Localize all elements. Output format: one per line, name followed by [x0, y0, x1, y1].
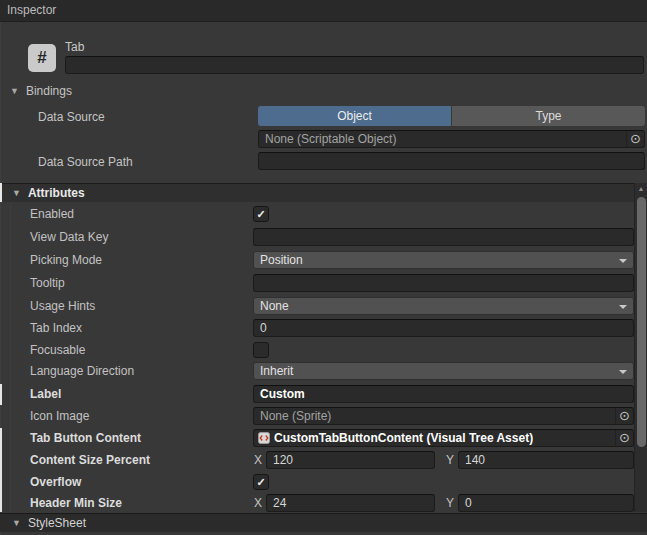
picking-mode-label: Picking Mode	[30, 253, 102, 267]
inspector-panel: Inspector # Tab ▼Bindings Data Source Ob…	[0, 0, 647, 535]
data-source-path-input[interactable]	[258, 152, 645, 170]
chevron-down-icon	[619, 305, 627, 309]
stylesheet-foldout[interactable]: ▼StyleSheet	[0, 513, 647, 532]
bindings-foldout[interactable]: ▼Bindings	[10, 84, 72, 98]
row-header-min-size: Header Min Size X 24 Y 0	[0, 494, 634, 515]
row-tab-button-content: Tab Button Content CustomTabButtonConten…	[0, 429, 634, 450]
usage-hints-dropdown[interactable]: None	[253, 297, 634, 315]
bindings-foldout-label: Bindings	[26, 84, 72, 98]
focusable-label: Focusable	[30, 343, 85, 357]
usage-hints-value: None	[260, 299, 289, 313]
foldout-arrow-icon[interactable]: ▼	[10, 86, 19, 96]
tab-component-icon: #	[28, 44, 56, 72]
icon-image-value: None (Sprite)	[254, 408, 633, 424]
header-min-size-label: Header Min Size	[30, 496, 122, 510]
header-min-size-x-input[interactable]: 24	[266, 494, 435, 512]
data-source-path-label: Data Source Path	[38, 155, 133, 169]
focusable-checkbox[interactable]	[253, 342, 269, 358]
tooltip-label: Tooltip	[30, 276, 65, 290]
object-tab-label: Object	[337, 109, 372, 123]
view-data-key-label: View Data Key	[30, 230, 109, 244]
x-axis-label: X	[254, 453, 262, 467]
stylesheet-foldout-label: StyleSheet	[28, 516, 86, 530]
tab-index-value: 0	[260, 321, 267, 335]
x-axis-label: X	[254, 496, 262, 510]
row-tooltip: Tooltip	[0, 274, 634, 295]
icon-image-label: Icon Image	[30, 409, 89, 423]
content-size-percent-x-value: 120	[273, 453, 293, 467]
tab-button-content-object-field[interactable]: CustomTabButtonContent (Visual Tree Asse…	[253, 429, 634, 447]
data-source-object-value: None (Scriptable Object)	[259, 131, 644, 147]
language-direction-dropdown[interactable]: Inherit	[253, 362, 634, 380]
chevron-down-icon	[619, 370, 627, 374]
header-min-size-x-value: 24	[273, 496, 286, 510]
inspector-tab[interactable]: Inspector	[0, 0, 647, 22]
row-tab-index: Tab Index 0	[0, 319, 634, 340]
hash-icon: #	[37, 48, 46, 67]
row-enabled: Enabled ✓	[0, 205, 634, 226]
inspector-tab-label: Inspector	[7, 3, 56, 17]
row-content-size-percent: Content Size Percent X 120 Y 140	[0, 451, 634, 472]
overflow-checkbox[interactable]: ✓	[253, 474, 269, 490]
view-data-key-input[interactable]	[253, 228, 634, 246]
label-attr-label: Label	[30, 387, 61, 401]
modified-indicator	[0, 428, 2, 512]
object-picker-icon[interactable]: ⊙	[615, 430, 633, 446]
label-input[interactable]: Custom	[253, 385, 634, 403]
enabled-label: Enabled	[30, 207, 74, 221]
tab-button-content-label: Tab Button Content	[30, 431, 141, 445]
scrollbar-thumb[interactable]	[637, 197, 646, 447]
check-icon: ✓	[256, 208, 265, 220]
object-picker-icon[interactable]: ⊙	[626, 131, 644, 147]
tab-index-label: Tab Index	[30, 321, 82, 335]
data-source-tabgroup: Object Type	[258, 106, 645, 126]
overflow-label: Overflow	[30, 475, 81, 489]
row-view-data-key: View Data Key	[0, 228, 634, 249]
label-value: Custom	[260, 387, 305, 401]
row-icon-image: Icon Image None (Sprite) ⊙	[0, 407, 634, 428]
type-tab-label: Type	[535, 109, 561, 123]
header-min-size-y-value: 0	[465, 496, 472, 510]
data-source-label: Data Source	[38, 110, 105, 124]
element-name-input[interactable]	[65, 56, 644, 74]
chevron-down-icon	[619, 259, 627, 263]
row-usage-hints: Usage Hints None	[0, 297, 634, 318]
row-language-direction: Language Direction Inherit	[0, 362, 634, 383]
scroll-up-arrow-icon[interactable]: ▲	[635, 185, 647, 192]
row-focusable: Focusable	[0, 341, 634, 362]
data-source-object-field[interactable]: None (Scriptable Object) ⊙	[258, 130, 645, 148]
visual-tree-asset-icon	[258, 432, 270, 444]
foldout-arrow-icon[interactable]: ▼	[12, 518, 21, 528]
foldout-arrow-icon[interactable]: ▼	[12, 188, 21, 198]
row-label: Label Custom	[0, 385, 634, 406]
check-icon: ✓	[256, 476, 265, 488]
modified-indicator	[0, 183, 2, 202]
element-type-label: Tab	[65, 40, 84, 54]
content-size-percent-x-input[interactable]: 120	[266, 451, 435, 469]
picking-mode-value: Position	[260, 253, 303, 267]
picking-mode-dropdown[interactable]: Position	[253, 251, 634, 269]
icon-image-object-field[interactable]: None (Sprite) ⊙	[253, 407, 634, 425]
usage-hints-label: Usage Hints	[30, 299, 95, 313]
data-source-type-tab[interactable]: Type	[452, 106, 645, 126]
attributes-foldout-label: Attributes	[28, 186, 85, 200]
content-size-percent-y-value: 140	[465, 453, 485, 467]
object-picker-icon[interactable]: ⊙	[615, 408, 633, 424]
attributes-foldout[interactable]: ▼Attributes	[0, 183, 647, 202]
content-size-percent-label: Content Size Percent	[30, 453, 150, 467]
y-axis-label: Y	[446, 496, 454, 510]
language-direction-label: Language Direction	[30, 364, 134, 378]
header-min-size-y-input[interactable]: 0	[458, 494, 634, 512]
tooltip-input[interactable]	[253, 274, 634, 292]
row-picking-mode: Picking Mode Position	[0, 251, 634, 272]
modified-indicator	[0, 384, 2, 405]
content-size-percent-y-input[interactable]: 140	[458, 451, 634, 469]
data-source-object-tab[interactable]: Object	[258, 106, 451, 126]
enabled-checkbox[interactable]: ✓	[253, 206, 269, 222]
tab-button-content-value: CustomTabButtonContent (Visual Tree Asse…	[274, 431, 533, 446]
language-direction-value: Inherit	[260, 364, 293, 378]
vertical-scrollbar[interactable]: ▲	[634, 183, 647, 512]
row-overflow: Overflow ✓	[0, 473, 634, 494]
tab-index-input[interactable]: 0	[253, 319, 634, 337]
y-axis-label: Y	[446, 453, 454, 467]
